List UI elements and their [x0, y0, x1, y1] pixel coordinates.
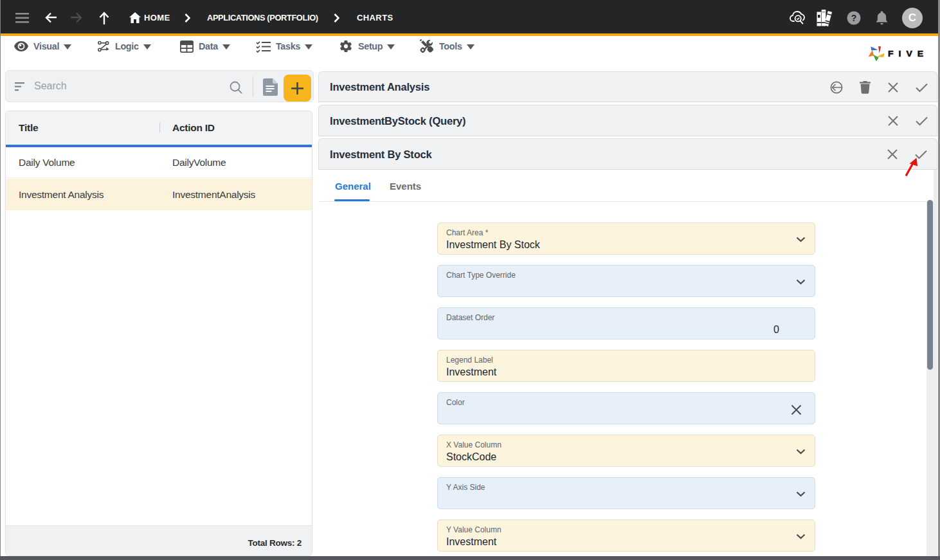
svg-text:?: ? [851, 13, 857, 23]
